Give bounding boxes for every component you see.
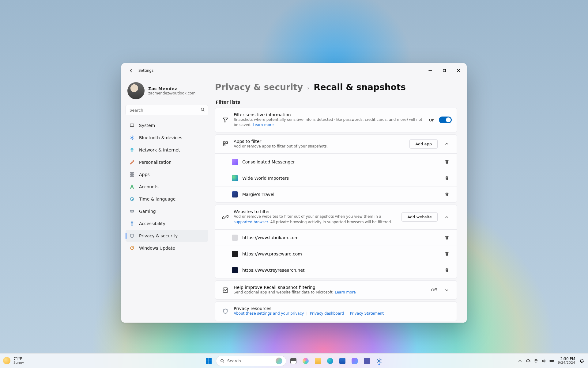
display-icon: [129, 123, 135, 128]
sidebar-item-apps[interactable]: Apps: [126, 169, 208, 180]
search-highlight-icon: [276, 358, 282, 364]
collapse-button[interactable]: [442, 212, 452, 222]
taskbar-center: Search: [204, 356, 384, 366]
sidebar-item-personalization[interactable]: Personalization: [126, 156, 208, 168]
taskbar-tray[interactable]: [518, 358, 554, 363]
sidebar-item-accounts[interactable]: Accounts: [126, 181, 208, 193]
add-app-button[interactable]: Add app: [409, 139, 438, 149]
taskbar-clock[interactable]: 2:30 PM 9/24/2024: [558, 357, 575, 365]
volume-icon[interactable]: [541, 358, 546, 363]
about-privacy-link[interactable]: About these settings and your privacy: [234, 311, 304, 316]
link-icon: [220, 214, 231, 220]
learn-more-link[interactable]: Learn more: [253, 123, 273, 127]
svg-rect-1: [443, 69, 446, 72]
site-icon: [232, 251, 238, 257]
delete-button[interactable]: [442, 265, 452, 275]
breadcrumb-parent[interactable]: Privacy & security: [215, 82, 303, 92]
chevron-up-icon[interactable]: [518, 358, 522, 363]
site-icon: [232, 267, 238, 273]
weather-desc: Sunny: [13, 361, 24, 365]
taskbar-copilot[interactable]: [300, 356, 311, 366]
update-icon: [129, 245, 135, 251]
svg-rect-25: [206, 358, 209, 361]
learn-more-link[interactable]: Learn more: [335, 290, 356, 294]
sidebar-item-gaming[interactable]: Gaming: [126, 205, 208, 217]
app-filter-item: Wide World Importers: [215, 170, 457, 186]
svg-point-20: [132, 222, 133, 223]
svg-rect-10: [132, 173, 134, 174]
filter-sensitive-toggle[interactable]: [439, 117, 452, 123]
sidebar-item-label: Bluetooth & devices: [139, 135, 182, 140]
card-privacy-resources: Privacy resources About these settings a…: [215, 301, 457, 321]
svg-point-32: [536, 362, 536, 362]
delete-button[interactable]: [442, 157, 452, 167]
privacy-statement-link[interactable]: Privacy Statement: [350, 311, 384, 316]
onedrive-icon[interactable]: [526, 358, 530, 363]
card-websites-to-filter: Websites to filter Add or remove website…: [215, 205, 457, 278]
app-icon: [232, 191, 238, 197]
collapse-button[interactable]: [442, 139, 452, 149]
person-icon: [129, 184, 135, 190]
sidebar-item-label: Apps: [139, 172, 150, 177]
taskbar-store[interactable]: [337, 356, 348, 366]
site-url: https://www.fabrikam.com: [242, 235, 299, 240]
sidebar-item-windows-update[interactable]: Windows Update: [126, 242, 208, 254]
search-icon: [200, 107, 205, 113]
shield-icon: [220, 308, 231, 314]
delete-button[interactable]: [442, 249, 452, 259]
expand-button[interactable]: [442, 285, 452, 295]
card-description: Snapshots where potentially sensitive in…: [234, 117, 424, 128]
nav-list: System Bluetooth & devices Network & int…: [126, 120, 208, 254]
delete-button[interactable]: [442, 233, 452, 243]
add-website-button[interactable]: Add website: [401, 212, 438, 222]
app-icon: [232, 159, 238, 165]
sidebar-item-privacy[interactable]: Privacy & security: [126, 230, 208, 242]
window-minimize-button[interactable]: [423, 64, 437, 77]
supported-browser-link[interactable]: supported browser: [234, 220, 268, 224]
website-filter-item: https://www.fabrikam.com: [215, 229, 457, 246]
taskbar-search[interactable]: Search: [216, 356, 286, 366]
paintbrush-icon: [129, 159, 135, 165]
card-title: Help improve Recall snapshot filtering: [234, 285, 426, 290]
sidebar-item-system[interactable]: System: [126, 120, 208, 131]
settings-window: Settings Zac Mendez zacmendez@outlook.co…: [121, 63, 467, 323]
svg-rect-11: [130, 175, 132, 176]
taskbar: 71°F Sunny Search: [0, 353, 588, 368]
search-input[interactable]: [126, 105, 208, 115]
site-url: https://www.proseware.com: [242, 251, 302, 256]
taskbar-settings[interactable]: [374, 356, 384, 366]
notifications-button[interactable]: [579, 358, 585, 363]
wifi-icon[interactable]: [533, 358, 538, 363]
website-filter-item: https://www.proseware.com: [215, 246, 457, 262]
delete-button[interactable]: [442, 173, 452, 183]
taskbar-edge[interactable]: [325, 356, 335, 366]
svg-rect-35: [550, 360, 553, 361]
svg-rect-27: [206, 361, 209, 364]
taskbar-weather[interactable]: 71°F Sunny: [3, 357, 24, 364]
profile-name: Zac Mendez: [148, 86, 195, 91]
back-button[interactable]: [127, 66, 135, 75]
taskbar-m365[interactable]: [349, 356, 360, 366]
taskbar-task-view[interactable]: [288, 356, 299, 366]
privacy-dashboard-link[interactable]: Privacy dashboard: [310, 311, 344, 316]
sidebar-item-bluetooth[interactable]: Bluetooth & devices: [126, 132, 208, 144]
svg-line-5: [203, 110, 204, 111]
window-close-button[interactable]: [451, 64, 466, 77]
profile-header[interactable]: Zac Mendez zacmendez@outlook.com: [126, 78, 208, 105]
app-filter-item: Consolidated Messenger: [215, 154, 457, 170]
sidebar-item-label: System: [139, 123, 155, 128]
start-button[interactable]: [204, 356, 214, 366]
sidebar-item-network[interactable]: Network & internet: [126, 144, 208, 156]
window-maximize-button[interactable]: [437, 64, 451, 77]
sidebar-item-label: Windows Update: [139, 246, 175, 251]
delete-button[interactable]: [442, 190, 452, 199]
taskbar-explorer[interactable]: [313, 356, 323, 366]
taskbar-teams[interactable]: [362, 356, 372, 366]
sidebar-item-accessibility[interactable]: Accessibility: [126, 218, 208, 229]
sidebar-item-label: Gaming: [139, 209, 156, 214]
card-help-improve[interactable]: Help improve Recall snapshot filtering S…: [215, 280, 457, 300]
sidebar-item-time-language[interactable]: Time & language: [126, 193, 208, 205]
battery-icon[interactable]: [549, 358, 554, 363]
chevron-right-icon: ›: [307, 85, 309, 91]
sidebar-item-label: Time & language: [139, 197, 175, 201]
